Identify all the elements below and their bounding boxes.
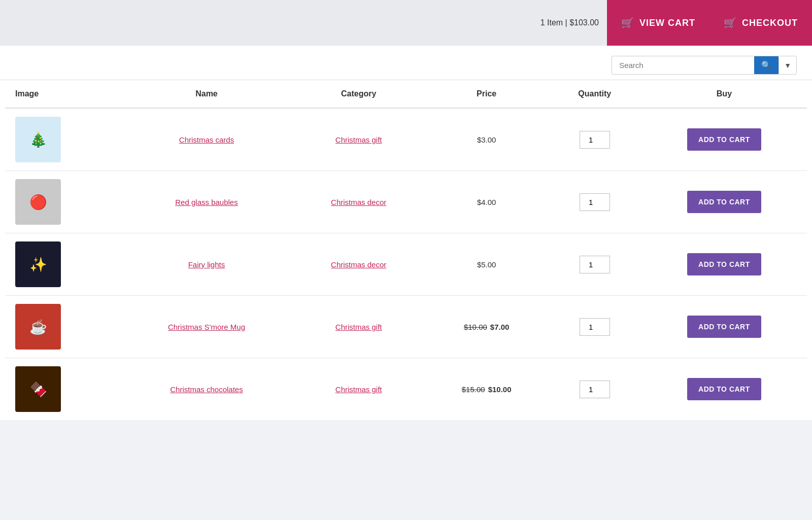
table-row: 🍫Christmas chocolatesChristmas gift$15.0…: [5, 358, 807, 421]
quantity-input[interactable]: [580, 380, 610, 398]
quantity-input[interactable]: [580, 131, 610, 149]
product-quantity-cell: [548, 171, 641, 233]
product-price-cell: $4.00: [425, 171, 548, 233]
product-category-cell: Christmas gift: [292, 296, 425, 358]
search-area: 🔍 ▼: [0, 46, 812, 80]
product-category-cell: Christmas decor: [292, 233, 425, 296]
product-image: 🍫: [15, 366, 61, 412]
product-category-link[interactable]: Christmas decor: [331, 260, 386, 269]
checkout-icon: 🛒: [724, 17, 737, 29]
product-quantity-cell: [548, 233, 641, 296]
quantity-input[interactable]: [580, 318, 610, 336]
product-sale-price: $10.00: [488, 385, 512, 394]
checkout-label: CHECKOUT: [742, 18, 798, 28]
cart-summary-text: 1 Item | $103.00: [540, 18, 599, 27]
view-cart-label: VIEW CART: [639, 18, 695, 28]
product-name-link[interactable]: Christmas S'more Mug: [168, 323, 245, 331]
checkout-button[interactable]: 🛒 CHECKOUT: [709, 0, 812, 46]
add-to-cart-button[interactable]: ADD TO CART: [687, 191, 761, 213]
quantity-input[interactable]: [580, 256, 610, 273]
product-image: 🔴: [15, 179, 61, 225]
product-image-cell: ☕: [5, 296, 121, 358]
product-image-cell: 🍫: [5, 358, 121, 421]
product-image-cell: 🎄: [5, 108, 121, 171]
product-original-price: $10.00: [464, 323, 487, 331]
product-category-link[interactable]: Christmas decor: [331, 198, 386, 206]
product-name-link[interactable]: Christmas cards: [179, 135, 234, 144]
search-wrapper: 🔍 ▼: [612, 56, 797, 75]
product-buy-cell: ADD TO CART: [641, 108, 807, 171]
product-sale-price: $7.00: [490, 323, 510, 331]
product-quantity-cell: [548, 108, 641, 171]
col-image: Image: [5, 80, 121, 108]
product-buy-cell: ADD TO CART: [641, 296, 807, 358]
product-quantity-cell: [548, 358, 641, 421]
chevron-down-icon: ▼: [784, 61, 791, 70]
product-name-link[interactable]: Red glass baubles: [175, 198, 238, 206]
table-row: 🔴Red glass baublesChristmas decor$4.00AD…: [5, 171, 807, 233]
search-dropdown-button[interactable]: ▼: [779, 57, 796, 74]
product-original-price: $15.00: [462, 385, 485, 394]
product-category-cell: Christmas gift: [292, 108, 425, 171]
product-name-cell: Red glass baubles: [121, 171, 292, 233]
table-row: ☕Christmas S'more MugChristmas gift$10.0…: [5, 296, 807, 358]
product-image-cell: ✨: [5, 233, 121, 296]
product-category-link[interactable]: Christmas gift: [335, 323, 382, 331]
product-table-container: Image Name Category Price Quantity Buy 🎄…: [0, 80, 812, 420]
cart-summary: 1 Item | $103.00: [540, 18, 607, 27]
product-name-cell: Christmas cards: [121, 108, 292, 171]
product-price-cell: $15.00$10.00: [425, 358, 548, 421]
col-category: Category: [292, 80, 425, 108]
product-buy-cell: ADD TO CART: [641, 171, 807, 233]
add-to-cart-button[interactable]: ADD TO CART: [687, 128, 761, 151]
col-price: Price: [425, 80, 548, 108]
search-button[interactable]: 🔍: [754, 56, 779, 74]
view-cart-icon: 🛒: [621, 17, 634, 29]
product-name-link[interactable]: Christmas chocolates: [170, 385, 243, 394]
search-input[interactable]: [612, 57, 754, 74]
product-name-cell: Fairy lights: [121, 233, 292, 296]
product-category-link[interactable]: Christmas gift: [335, 135, 382, 144]
product-buy-cell: ADD TO CART: [641, 233, 807, 296]
product-quantity-cell: [548, 296, 641, 358]
product-name-link[interactable]: Fairy lights: [188, 260, 225, 269]
product-table: Image Name Category Price Quantity Buy 🎄…: [5, 80, 807, 420]
quantity-input[interactable]: [580, 193, 610, 211]
product-buy-cell: ADD TO CART: [641, 358, 807, 421]
product-image: 🎄: [15, 117, 61, 162]
product-image: ✨: [15, 241, 61, 287]
col-buy: Buy: [641, 80, 807, 108]
site-header: 1 Item | $103.00 🛒 VIEW CART 🛒 CHECKOUT: [0, 0, 812, 46]
col-name: Name: [121, 80, 292, 108]
search-icon: 🔍: [761, 60, 771, 70]
product-category-link[interactable]: Christmas gift: [335, 385, 382, 394]
product-category-cell: Christmas decor: [292, 171, 425, 233]
product-category-cell: Christmas gift: [292, 358, 425, 421]
add-to-cart-button[interactable]: ADD TO CART: [687, 378, 761, 400]
product-name-cell: Christmas S'more Mug: [121, 296, 292, 358]
add-to-cart-button[interactable]: ADD TO CART: [687, 316, 761, 338]
table-header-row: Image Name Category Price Quantity Buy: [5, 80, 807, 108]
product-price-cell: $3.00: [425, 108, 548, 171]
table-row: ✨Fairy lightsChristmas decor$5.00ADD TO …: [5, 233, 807, 296]
product-price-cell: $5.00: [425, 233, 548, 296]
product-image-cell: 🔴: [5, 171, 121, 233]
product-price-cell: $10.00$7.00: [425, 296, 548, 358]
product-name-cell: Christmas chocolates: [121, 358, 292, 421]
add-to-cart-button[interactable]: ADD TO CART: [687, 253, 761, 275]
product-image: ☕: [15, 304, 61, 350]
table-row: 🎄Christmas cardsChristmas gift$3.00ADD T…: [5, 108, 807, 171]
col-quantity: Quantity: [548, 80, 641, 108]
view-cart-button[interactable]: 🛒 VIEW CART: [607, 0, 709, 46]
